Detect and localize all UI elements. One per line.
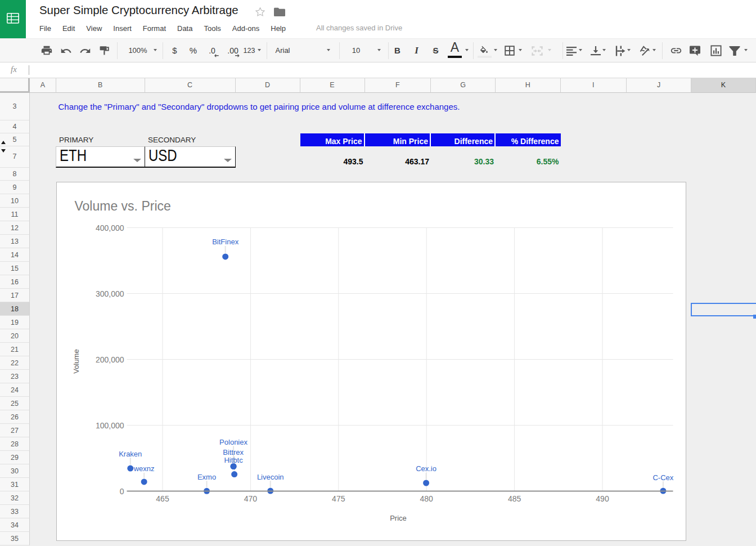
stats-header-max-price[interactable]: Max Price xyxy=(300,133,365,146)
font-size-select[interactable]: 10 xyxy=(339,43,373,59)
stats-header-min-price[interactable]: Min Price xyxy=(365,133,431,146)
text-color-button[interactable]: A xyxy=(438,39,472,55)
row-header-27[interactable]: 27 xyxy=(0,424,30,437)
sheets-logo[interactable] xyxy=(0,0,26,38)
row-header-10[interactable]: 10 xyxy=(0,194,30,208)
column-header-A[interactable]: A xyxy=(30,78,56,93)
print-button[interactable] xyxy=(40,43,53,59)
filter-button[interactable] xyxy=(728,43,741,59)
menu-help[interactable]: Help xyxy=(265,21,291,36)
row-header-4[interactable]: 4 xyxy=(0,120,30,134)
primary-dropdown[interactable]: ETH xyxy=(56,146,145,168)
row-header-35[interactable]: 35 xyxy=(0,532,30,545)
zoom-select[interactable]: 100% xyxy=(121,43,155,59)
column-header-G[interactable]: G xyxy=(431,78,496,93)
row-header-16[interactable]: 16 xyxy=(0,275,30,289)
row-header-28[interactable]: 28 xyxy=(0,437,30,451)
menu-tools[interactable]: Tools xyxy=(198,21,226,36)
data-point-wexnz[interactable] xyxy=(141,478,147,485)
menu-edit[interactable]: Edit xyxy=(57,21,80,36)
font-family-select[interactable]: Arial xyxy=(276,43,290,59)
column-header-K[interactable]: K xyxy=(691,78,756,93)
dropdown-caret-icon[interactable] xyxy=(519,49,522,51)
merge-cells-button[interactable] xyxy=(530,43,544,59)
stats-header-difference[interactable]: Difference xyxy=(431,133,496,146)
column-header-F[interactable]: F xyxy=(365,78,431,93)
dropdown-caret-icon[interactable] xyxy=(258,49,261,51)
row-header-34[interactable]: 34 xyxy=(0,518,30,532)
row-header-23[interactable]: 23 xyxy=(0,370,30,383)
data-point-bitfinex[interactable] xyxy=(222,253,228,259)
redo-button[interactable] xyxy=(79,43,92,59)
data-point-bittrex[interactable] xyxy=(231,471,237,477)
secondary-dropdown-arrow-icon[interactable] xyxy=(224,159,232,162)
star-icon[interactable] xyxy=(255,7,266,20)
dropdown-caret-icon[interactable] xyxy=(627,49,631,51)
column-header-E[interactable]: E xyxy=(300,78,365,93)
select-all-corner[interactable] xyxy=(0,78,30,93)
menu-add-ons[interactable]: Add-ons xyxy=(227,21,265,36)
row-header-19[interactable]: 19 xyxy=(0,316,30,329)
cell-secondary-label[interactable]: SECONDARY xyxy=(148,133,196,146)
row-header-11[interactable]: 11 xyxy=(0,208,30,221)
insert-comment-button[interactable] xyxy=(688,43,702,59)
cell-instruction-text[interactable]: Change the "Primary" and "Secondary" dro… xyxy=(58,93,460,120)
dropdown-caret-icon[interactable] xyxy=(602,49,606,51)
dropdown-caret-icon[interactable] xyxy=(744,49,748,51)
horizontal-align-button[interactable] xyxy=(565,43,578,59)
borders-button[interactable] xyxy=(503,43,516,59)
row-header-18[interactable]: 18 xyxy=(0,302,30,316)
data-point-cex.io[interactable] xyxy=(423,480,429,486)
dropdown-caret-icon[interactable] xyxy=(327,49,330,51)
vertical-align-button[interactable] xyxy=(589,43,602,59)
dropdown-caret-icon[interactable] xyxy=(494,49,497,51)
embedded-chart[interactable]: 0100,000200,000300,000400,00046547047548… xyxy=(56,182,686,541)
column-header-C[interactable]: C xyxy=(145,78,236,93)
secondary-dropdown[interactable]: USD xyxy=(145,146,236,168)
menu-format[interactable]: Format xyxy=(137,21,172,36)
row-header-22[interactable]: 22 xyxy=(0,356,30,370)
column-header-D[interactable]: D xyxy=(236,78,300,93)
paint-format-button[interactable] xyxy=(98,43,111,59)
number-format-button[interactable]: 123 xyxy=(232,43,266,59)
menu-view[interactable]: View xyxy=(80,21,107,36)
row-header-9[interactable]: 9 xyxy=(0,181,30,194)
insert-chart-button[interactable] xyxy=(709,43,723,59)
column-header-J[interactable]: J xyxy=(627,78,691,93)
save-status[interactable]: All changes saved in Drive xyxy=(316,24,402,32)
row-header-12[interactable]: 12 xyxy=(0,221,30,235)
selected-cell-K18[interactable] xyxy=(691,303,756,317)
row-header-21[interactable]: 21 xyxy=(0,343,30,356)
dropdown-caret-icon[interactable] xyxy=(465,49,469,51)
undo-button[interactable] xyxy=(59,43,73,59)
row-header-26[interactable]: 26 xyxy=(0,410,30,424)
stats-value-1[interactable]: 463.17 xyxy=(365,146,431,167)
row-header-30[interactable]: 30 xyxy=(0,464,30,478)
menu-insert[interactable]: Insert xyxy=(107,21,137,36)
folder-icon[interactable] xyxy=(274,7,285,19)
row-header-20[interactable]: 20 xyxy=(0,329,30,343)
menu-file[interactable]: File xyxy=(34,21,57,36)
stats-value-2[interactable]: 30.33 xyxy=(431,146,496,167)
formula-bar[interactable]: fx xyxy=(0,62,756,78)
row-header-8[interactable]: 8 xyxy=(0,168,30,181)
dropdown-caret-icon[interactable] xyxy=(579,49,582,51)
text-rotation-button[interactable] xyxy=(638,43,652,59)
row-header-14[interactable]: 14 xyxy=(0,248,30,262)
document-title[interactable]: Super Simple Cryptocurrency Arbitrage xyxy=(39,4,238,17)
row-header-7[interactable]: 7 xyxy=(0,146,30,168)
stats-value-0[interactable]: 493.5 xyxy=(300,146,365,167)
text-wrap-button[interactable] xyxy=(614,43,627,59)
menu-data[interactable]: Data xyxy=(172,21,198,36)
unhide-rows-up-arrow[interactable] xyxy=(1,141,6,144)
unhide-rows-down-arrow[interactable] xyxy=(1,149,6,153)
row-header-13[interactable]: 13 xyxy=(0,235,30,248)
row-header-31[interactable]: 31 xyxy=(0,478,30,491)
dropdown-caret-icon[interactable] xyxy=(548,49,551,51)
column-header-H[interactable]: H xyxy=(496,78,561,93)
data-point-kraken[interactable] xyxy=(127,466,133,472)
column-header-I[interactable]: I xyxy=(561,78,627,93)
column-header-B[interactable]: B xyxy=(56,78,145,93)
row-header-5[interactable]: 5 xyxy=(0,133,30,146)
row-header-24[interactable]: 24 xyxy=(0,383,30,397)
